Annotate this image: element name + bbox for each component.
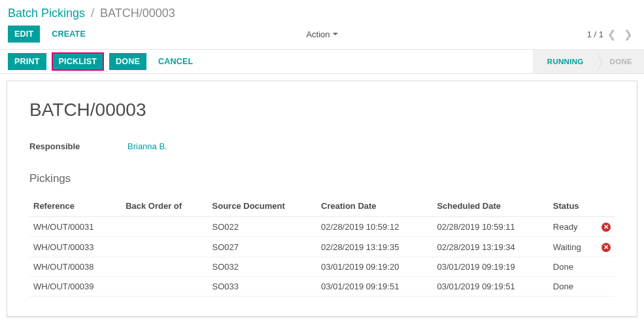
cell-scheduled-date: 02/28/2019 13:19:34 [433, 237, 549, 257]
button-bar: PRINT PICKLIST DONE CANCEL RUNNING DONE [0, 49, 644, 74]
pickings-table: Reference Back Order of Source Document … [29, 196, 615, 297]
field-responsible: Responsible Brianna B. [29, 141, 615, 151]
cell-creation-date: 03/01/2019 09:19:20 [317, 257, 433, 277]
pager: 1 / 1 ❮ ❯ [587, 28, 636, 41]
action-dropdown[interactable]: Action [306, 29, 337, 39]
pager-next-icon[interactable]: ❯ [620, 28, 636, 41]
breadcrumb-separator: / [91, 7, 94, 20]
form-sheet: BATCH/00003 Responsible Brianna B. Picki… [7, 81, 637, 317]
pager-text: 1 / 1 [587, 29, 603, 39]
col-source-doc[interactable]: Source Document [209, 196, 318, 217]
responsible-label: Responsible [29, 141, 127, 151]
cell-scheduled-date: 02/28/2019 10:59:11 [433, 217, 549, 237]
create-button[interactable]: CREATE [45, 26, 92, 43]
status-running[interactable]: RUNNING [533, 50, 596, 73]
cell-status: Done [549, 257, 598, 277]
done-button[interactable]: DONE [109, 53, 146, 70]
picklist-button[interactable]: PICKLIST [52, 52, 105, 71]
status-bar: RUNNING DONE [533, 50, 644, 73]
cell-back-order [122, 277, 208, 297]
cell-reference: WH/OUT/00033 [29, 237, 122, 257]
cancel-button[interactable]: CANCEL [152, 53, 199, 70]
table-row[interactable]: WH/OUT/00033SO02702/28/2019 13:19:3502/2… [29, 237, 615, 257]
cell-creation-date: 02/28/2019 10:59:12 [317, 217, 433, 237]
status-done[interactable]: DONE [596, 50, 644, 73]
cell-reference: WH/OUT/00038 [29, 257, 122, 277]
table-row[interactable]: WH/OUT/00031SO02202/28/2019 10:59:1202/2… [29, 217, 615, 237]
control-row: EDIT CREATE Action 1 / 1 ❮ ❯ [0, 26, 644, 49]
col-scheduled-date[interactable]: Scheduled Date [433, 196, 549, 217]
caret-down-icon [333, 33, 338, 35]
cell-status: Done [549, 277, 598, 297]
breadcrumb-parent[interactable]: Batch Pickings [8, 7, 85, 20]
cell-creation-date: 02/28/2019 13:19:35 [317, 237, 433, 257]
edit-button[interactable]: EDIT [8, 26, 40, 43]
col-creation-date[interactable]: Creation Date [317, 196, 433, 217]
cell-reference: WH/OUT/00039 [29, 277, 122, 297]
cell-scheduled-date: 03/01/2019 09:19:51 [433, 277, 549, 297]
print-button[interactable]: PRINT [8, 53, 46, 70]
cell-creation-date: 03/01/2019 09:19:51 [317, 277, 433, 297]
cell-source-doc: SO033 [209, 277, 318, 297]
pickings-section-title: Pickings [29, 172, 615, 185]
col-status[interactable]: Status [549, 196, 598, 217]
cell-source-doc: SO022 [209, 217, 318, 237]
table-row[interactable]: WH/OUT/00038SO03203/01/2019 09:19:2003/0… [29, 257, 615, 277]
cell-back-order [122, 237, 208, 257]
cell-source-doc: SO027 [209, 237, 318, 257]
cell-back-order [122, 257, 208, 277]
cell-scheduled-date: 03/01/2019 09:19:19 [433, 257, 549, 277]
action-label: Action [306, 29, 330, 39]
breadcrumb-current: BATCH/00003 [100, 7, 175, 20]
cell-source-doc: SO032 [209, 257, 318, 277]
breadcrumb: Batch Pickings / BATCH/00003 [0, 0, 644, 26]
delete-icon[interactable]: ✕ [602, 243, 611, 252]
table-row[interactable]: WH/OUT/00039SO03303/01/2019 09:19:5103/0… [29, 277, 615, 297]
cell-status: Waiting [549, 237, 598, 257]
col-back-order[interactable]: Back Order of [122, 196, 208, 217]
table-header-row: Reference Back Order of Source Document … [29, 196, 615, 217]
pager-prev-icon[interactable]: ❮ [603, 28, 620, 41]
cell-status: Ready [549, 217, 598, 237]
record-title: BATCH/00003 [29, 100, 615, 120]
cell-reference: WH/OUT/00031 [29, 217, 122, 237]
responsible-value[interactable]: Brianna B. [127, 141, 167, 151]
col-reference[interactable]: Reference [29, 196, 122, 217]
delete-icon[interactable]: ✕ [602, 223, 611, 232]
cell-back-order [122, 217, 208, 237]
